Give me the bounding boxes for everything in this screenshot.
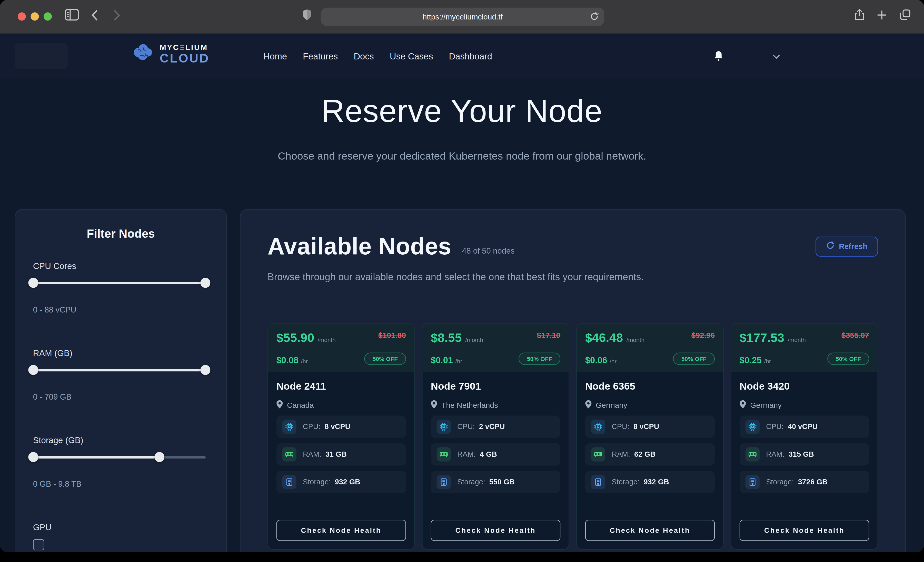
- node-card[interactable]: $177.53 /month $0.25 /hr $355.07 50% OFF…: [730, 323, 878, 550]
- filter-label-ram: RAM (GB): [33, 348, 73, 358]
- node-location: Canada: [287, 401, 314, 410]
- nav-link-dashboard[interactable]: Dashboard: [449, 51, 492, 61]
- cpu-spec-row: CPU:2 vCPU: [431, 416, 561, 438]
- monthly-price: $177.53: [740, 331, 784, 344]
- refresh-button[interactable]: Refresh: [815, 236, 878, 256]
- site-navbar: MYCΞLIUM CLOUD Home Features Docs Use Ca…: [0, 34, 924, 78]
- gpu-checkbox[interactable]: [33, 539, 44, 550]
- node-name: Node 6365: [585, 381, 715, 393]
- nav-links: Home Features Docs Use Cases Dashboard: [263, 34, 492, 78]
- address-bar[interactable]: https://myceliumcloud.tf: [321, 8, 604, 26]
- cpu-slider-max-handle[interactable]: [200, 278, 210, 288]
- ram-icon: [282, 447, 297, 461]
- check-node-health-button[interactable]: Check Node Health: [431, 520, 561, 541]
- account-chevron-down-icon[interactable]: [772, 51, 780, 62]
- available-nodes-panel: Available Nodes 48 of 50 nodes Refresh B…: [240, 209, 906, 552]
- page-subtitle: Choose and reserve your dedicated Kubern…: [0, 150, 924, 162]
- node-card[interactable]: $55.90 /month $0.08 /hr $101.80 50% OFF …: [267, 323, 415, 550]
- storage-icon: [746, 475, 760, 489]
- site-logo[interactable]: MYCΞLIUM CLOUD: [131, 42, 210, 65]
- per-month-label: /month: [318, 336, 336, 343]
- ram-slider-min-handle[interactable]: [28, 365, 38, 375]
- ram-slider-max-handle[interactable]: [200, 365, 210, 375]
- node-name: Node 2411: [276, 381, 406, 393]
- nav-link-docs[interactable]: Docs: [354, 51, 374, 61]
- nav-link-features[interactable]: Features: [303, 51, 338, 61]
- zoom-window-button[interactable]: [44, 12, 52, 21]
- tab-overview-icon[interactable]: [900, 9, 910, 22]
- section-title: Available Nodes: [267, 233, 452, 260]
- storage-icon: [591, 475, 605, 489]
- ram-icon: [437, 447, 451, 461]
- storage-spec-row: Storage:550 GB: [431, 471, 561, 493]
- storage-value: 932 GB: [335, 478, 360, 486]
- ram-range-slider[interactable]: [33, 364, 206, 375]
- location-pin-icon: [276, 401, 283, 410]
- share-icon[interactable]: [855, 9, 864, 23]
- storage-value: 550 GB: [489, 478, 515, 486]
- reload-icon[interactable]: [590, 12, 598, 24]
- ram-value: 315 GB: [789, 450, 814, 459]
- browser-titlebar: https://myceliumcloud.tf: [0, 0, 924, 34]
- nav-link-home[interactable]: Home: [263, 51, 287, 61]
- shield-icon[interactable]: [303, 9, 311, 22]
- url-text: https://myceliumcloud.tf: [423, 12, 502, 21]
- per-hour-label: /hr: [610, 358, 617, 364]
- original-price: $17.10: [537, 331, 560, 339]
- storage-slider-max-handle[interactable]: [154, 452, 164, 462]
- original-price: $101.80: [378, 331, 406, 339]
- location-pin-icon: [585, 401, 592, 410]
- faded-placeholder: [15, 43, 68, 69]
- ram-icon: [746, 447, 760, 461]
- section-subtitle: Browse through our available nodes and s…: [267, 271, 878, 282]
- discount-badge: 50% OFF: [673, 353, 715, 365]
- cpu-label: CPU:: [457, 423, 475, 431]
- storage-slider-min-handle[interactable]: [28, 452, 38, 462]
- cpu-label: CPU:: [612, 423, 629, 431]
- per-month-label: /month: [465, 336, 483, 343]
- close-window-button[interactable]: [18, 12, 26, 21]
- cpu-spec-row: CPU:8 vCPU: [585, 416, 715, 438]
- cpu-range-slider[interactable]: [33, 277, 206, 288]
- per-hour-label: /hr: [456, 358, 462, 364]
- forward-icon[interactable]: [114, 10, 120, 23]
- original-price: $92.96: [692, 331, 715, 339]
- storage-spec-row: Storage:932 GB: [585, 471, 715, 493]
- brand-name-bottom: CLOUD: [160, 51, 210, 64]
- new-tab-icon[interactable]: [878, 10, 886, 22]
- node-card[interactable]: $46.48 /month $0.06 /hr $92.96 50% OFF N…: [576, 323, 723, 550]
- sidebar-toggle-icon[interactable]: [65, 9, 79, 23]
- ram-spec-row: RAM:4 GB: [431, 443, 561, 465]
- cpu-icon: [746, 420, 760, 433]
- monthly-price: $46.48: [585, 331, 623, 344]
- nav-link-use-cases[interactable]: Use Cases: [390, 51, 433, 61]
- cpu-spec-row: CPU:8 vCPU: [276, 416, 406, 438]
- cpu-slider-min-handle[interactable]: [28, 278, 38, 288]
- location-pin-icon: [431, 401, 437, 410]
- pricing-header: $8.55 /month $0.01 /hr $17.10 50% OFF: [423, 324, 569, 372]
- node-location: The Netherlands: [441, 401, 498, 410]
- check-node-health-button[interactable]: Check Node Health: [585, 520, 715, 541]
- storage-label: Storage:: [303, 478, 331, 486]
- pricing-header: $46.48 /month $0.06 /hr $92.96 50% OFF: [577, 324, 723, 372]
- minimize-window-button[interactable]: [30, 12, 39, 21]
- filter-panel-title: Filter Nodes: [15, 227, 226, 241]
- ram-range-text: 0 - 709 GB: [33, 393, 72, 401]
- node-name: Node 7901: [431, 381, 561, 393]
- storage-icon: [282, 475, 297, 489]
- ram-spec-row: RAM:31 GB: [276, 443, 406, 465]
- node-card[interactable]: $8.55 /month $0.01 /hr $17.10 50% OFF No…: [422, 323, 569, 550]
- cpu-value: 8 vCPU: [633, 423, 659, 431]
- per-hour-label: /hr: [301, 358, 308, 364]
- check-node-health-button[interactable]: Check Node Health: [740, 520, 869, 541]
- monthly-price: $55.90: [276, 331, 314, 344]
- storage-value: 3726 GB: [798, 478, 828, 486]
- mycelium-brain-icon: [131, 42, 154, 65]
- storage-range-slider[interactable]: [33, 451, 206, 462]
- check-node-health-button[interactable]: Check Node Health: [276, 520, 406, 541]
- hourly-price: $0.01: [431, 355, 453, 365]
- ram-icon: [591, 447, 605, 461]
- ram-value: 62 GB: [634, 450, 656, 459]
- back-icon[interactable]: [91, 10, 98, 23]
- notifications-bell-icon[interactable]: [714, 51, 724, 64]
